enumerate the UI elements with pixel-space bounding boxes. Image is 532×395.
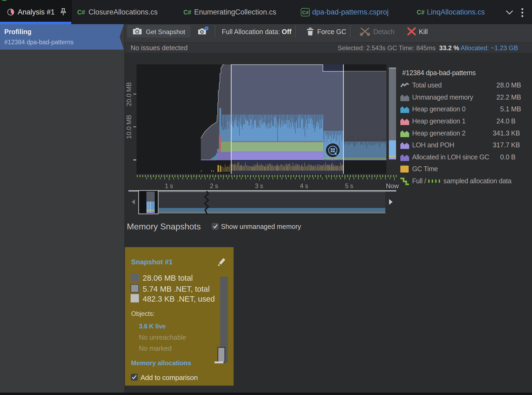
svg-text:5 s: 5 s <box>345 182 353 189</box>
svg-text:20.0 MB: 20.0 MB <box>125 82 132 106</box>
svg-text:2 s: 2 s <box>210 182 218 189</box>
svg-text:3 s: 3 s <box>255 182 263 189</box>
svg-text:1 s: 1 s <box>165 182 173 189</box>
svg-text:Now: Now <box>386 182 399 189</box>
svg-text:4 s: 4 s <box>300 182 308 189</box>
svg-text:10.0 MB: 10.0 MB <box>125 115 132 139</box>
